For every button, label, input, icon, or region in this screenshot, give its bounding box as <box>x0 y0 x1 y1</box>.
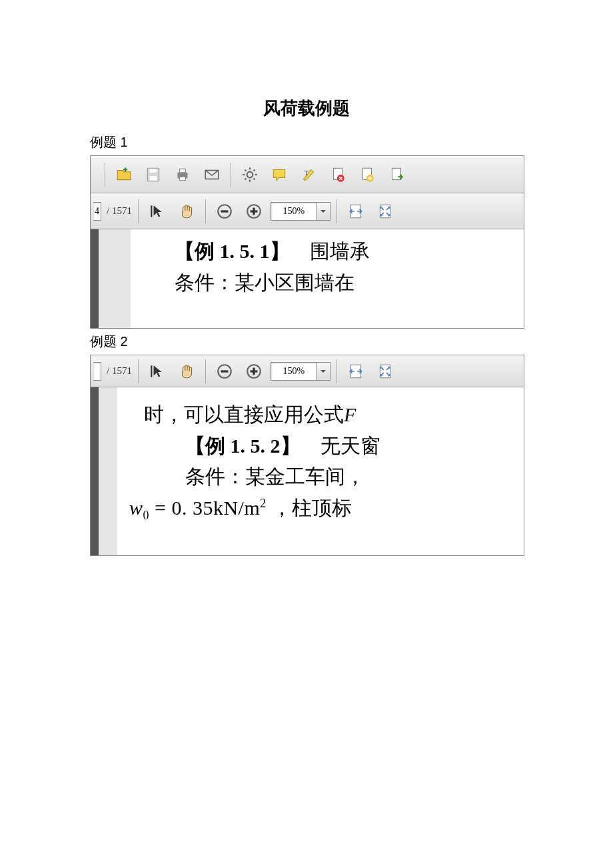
example-heading: 【例 1. 5. 1】 <box>175 240 290 262</box>
toolbar-lower-2: / 1571 150% <box>91 355 524 387</box>
hand-tool-icon[interactable] <box>174 359 199 384</box>
zoom-dropdown-icon[interactable] <box>317 362 330 381</box>
comment-icon[interactable] <box>267 162 292 187</box>
svg-line-14 <box>245 178 246 179</box>
toolbar-separator <box>205 359 206 383</box>
screenshot-1: T 4 / 1571 150% <box>90 155 524 329</box>
page-delete-icon[interactable] <box>325 162 350 187</box>
fit-page-icon[interactable] <box>372 199 398 224</box>
select-tool-icon[interactable] <box>145 359 170 384</box>
svg-rect-1 <box>150 169 157 172</box>
toolbar-separator <box>231 163 231 187</box>
svg-rect-4 <box>180 169 186 172</box>
text-content: 围墙承 <box>290 240 370 262</box>
toolbar-separator <box>138 359 139 383</box>
document-body-1: 【例 1. 5. 1】 围墙承 条件：某小区围墙在 <box>131 229 524 328</box>
page-number-input[interactable] <box>93 362 101 381</box>
text-content: ，柱顶标 <box>272 497 352 519</box>
svg-rect-2 <box>150 176 157 181</box>
formula-variable: F <box>344 403 356 425</box>
page-total-label: / 1571 <box>107 205 132 217</box>
example-heading: 【例 1. 5. 2】 <box>185 435 301 457</box>
svg-rect-5 <box>180 177 186 180</box>
svg-rect-21 <box>392 168 401 179</box>
text-content: 时，可以直接应用公式 <box>144 403 344 425</box>
screenshot-2: / 1571 150% <box>90 355 524 556</box>
formula-variable: w <box>129 497 143 519</box>
hand-tool-icon[interactable] <box>174 199 199 224</box>
text-content: 条件：某小区围墙在 <box>175 271 354 293</box>
zoom-out-icon[interactable] <box>212 359 237 384</box>
page-total-label: / 1571 <box>107 365 132 377</box>
highlight-icon[interactable]: T <box>296 162 321 187</box>
document-margin-bar <box>91 229 99 328</box>
example2-label: 例题 2 <box>90 333 613 351</box>
fit-width-icon[interactable] <box>343 199 368 224</box>
open-file-icon[interactable] <box>111 162 137 187</box>
zoom-out-icon[interactable] <box>212 199 237 224</box>
formula-subscript: 0 <box>143 509 150 522</box>
fit-width-icon[interactable] <box>343 359 368 384</box>
zoom-input[interactable]: 150% <box>271 202 317 221</box>
svg-point-7 <box>247 171 253 177</box>
select-tool-icon[interactable] <box>145 199 170 224</box>
svg-text:T: T <box>305 169 308 177</box>
text-content: 无天窗 <box>301 435 380 457</box>
gear-icon[interactable] <box>237 162 263 187</box>
save-icon[interactable] <box>141 162 166 187</box>
print-icon[interactable] <box>170 162 195 187</box>
document-gutter <box>99 387 117 555</box>
formula-body: = 0. 35kN/m <box>149 497 260 519</box>
document-gutter <box>99 229 131 328</box>
example1-label: 例题 1 <box>90 133 613 151</box>
svg-line-13 <box>253 178 255 179</box>
toolbar-separator <box>205 199 206 223</box>
toolbar-lower: 4 / 1571 150% <box>91 193 524 229</box>
document-margin-bar <box>91 387 99 555</box>
zoom-in-icon[interactable] <box>241 359 267 384</box>
page-number-input[interactable]: 4 <box>93 202 101 221</box>
page-title: 风荷载例题 <box>0 97 613 120</box>
zoom-input[interactable]: 150% <box>271 362 317 381</box>
zoom-in-icon[interactable] <box>241 199 267 224</box>
document-viewport-2: 时，可以直接应用公式F 【例 1. 5. 2】 无天窗 条件：某金工车间， w0… <box>91 387 524 555</box>
document-viewport-1: 【例 1. 5. 1】 围墙承 条件：某小区围墙在 <box>91 229 524 328</box>
toolbar-upper: T <box>91 156 524 193</box>
toolbar-separator <box>138 199 139 223</box>
toolbar-separator <box>336 199 337 223</box>
page-add-icon[interactable] <box>354 162 380 187</box>
toolbar-separator <box>105 163 105 187</box>
text-content: 条件：某金工车间， <box>185 465 365 487</box>
document-body-2: 时，可以直接应用公式F 【例 1. 5. 2】 无天窗 条件：某金工车间， w0… <box>117 387 524 555</box>
zoom-dropdown-icon[interactable] <box>317 202 330 221</box>
page-export-icon[interactable] <box>384 162 409 187</box>
svg-line-12 <box>245 169 246 171</box>
fit-page-icon[interactable] <box>372 359 398 384</box>
email-icon[interactable] <box>199 162 225 187</box>
svg-line-15 <box>253 169 255 171</box>
toolbar-separator <box>336 359 337 383</box>
formula-superscript: 2 <box>260 497 267 510</box>
